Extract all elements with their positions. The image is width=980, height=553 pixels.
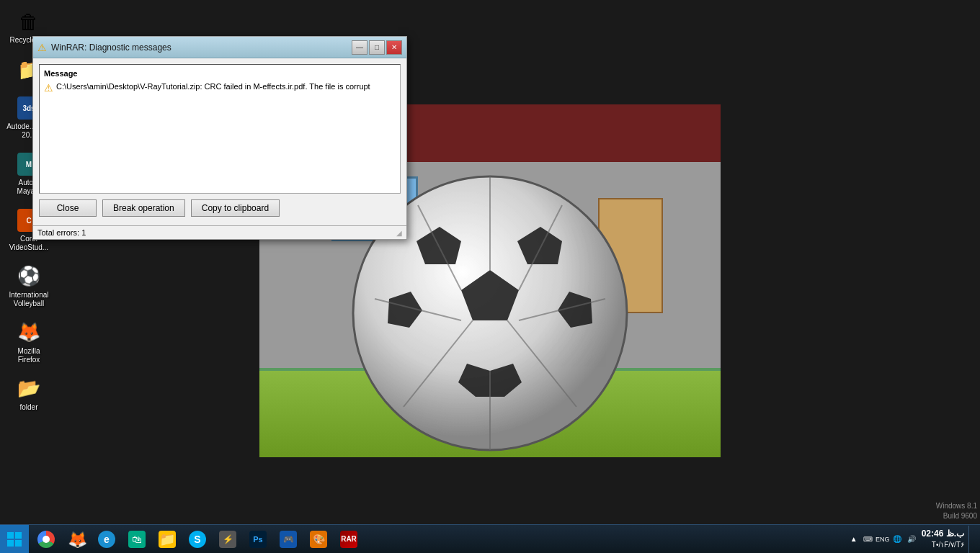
clock-date: T•/۱F/۷/T۶ [922, 540, 964, 549]
message-row: ⚠ C:\Users\amin\Desktop\V-RayTutorial.zi… [44, 82, 396, 94]
chevron-up-icon[interactable]: ▲ [848, 534, 860, 545]
message-warning-icon: ⚠ [44, 82, 53, 94]
ie-icon: e [98, 531, 115, 548]
dialog-button-row: Close Break operation Copy to clipboard [39, 199, 401, 217]
dialog-title-warning-icon: ⚠ [37, 42, 47, 53]
taskbar-systray-area: ▲ ⌨ ENG 🌐 🔊 02:46 ب.ظ T•/۱F/۷/T۶ [842, 525, 980, 553]
taskbar-icon-winrar[interactable]: RAR [334, 526, 363, 553]
recycle-bin-icon: 🗑 [17, 10, 40, 33]
app9-icon: 🎮 [280, 531, 297, 548]
taskbar-icon-ie[interactable]: e [92, 526, 121, 553]
resize-handle: ◢ [396, 229, 402, 237]
minimize-button[interactable]: — [352, 40, 368, 55]
firefox-label: MozillaFirefox [17, 347, 40, 364]
restore-button[interactable]: □ [369, 40, 385, 55]
chrome-icon [37, 531, 55, 548]
taskbar-icon-store[interactable]: 🛍 [122, 526, 151, 553]
folder2-icon: 📂 [17, 377, 40, 400]
volleyball-label: InternationalVolleyball [9, 291, 48, 308]
taskbar-icon-chrome[interactable] [32, 526, 61, 553]
taskbar-icon-paint[interactable]: 🎨 [304, 526, 333, 553]
message-area: Message ⚠ C:\Users\amin\Desktop\V-RayTut… [39, 64, 401, 194]
photoshop-icon: Ps [249, 531, 267, 548]
taskbar-icon-app9[interactable]: 🎮 [274, 526, 303, 553]
clock-time: 02:46 ب.ظ [922, 529, 964, 540]
taskbar-clock[interactable]: 02:46 ب.ظ T•/۱F/۷/T۶ [922, 529, 964, 549]
dialog-body: Message ⚠ C:\Users\amin\Desktop\V-RayTut… [33, 58, 406, 225]
taskbar-icon-firefox[interactable]: 🦊 [62, 526, 91, 553]
network-icon[interactable]: 🌐 [891, 534, 903, 545]
taskbar-icon-app7[interactable]: ⚡ [213, 526, 242, 553]
taskbar-icon-explorer[interactable]: 📁 [153, 526, 182, 553]
desktop-icon-folder2[interactable]: 📂 folder [3, 374, 55, 415]
copy-clipboard-button[interactable]: Copy to clipboard [191, 199, 280, 217]
desktop: 🗑 Recycle Bin 📁 3ds Autode... Max 20... … [0, 0, 980, 553]
dialog-titlebar: ⚠ WinRAR: Diagnostic messages — □ ✕ [33, 37, 406, 58]
taskbar-icon-photoshop[interactable]: Ps [244, 526, 272, 553]
close-button[interactable]: Close [39, 199, 97, 217]
volleyball-icon: ⚽ [17, 265, 40, 288]
explorer-icon: 📁 [159, 531, 176, 548]
total-errors-text: Total errors: 1 [37, 228, 86, 237]
taskbar: 🦊 e 🛍 📁 S ⚡ Ps [0, 524, 980, 553]
start-button[interactable] [0, 525, 29, 554]
keyboard-icon[interactable]: ⌨ [863, 534, 874, 545]
status-bar: Total errors: 1 ◢ [33, 225, 406, 239]
winrar-icon: RAR [340, 531, 357, 548]
show-desktop-button[interactable] [968, 526, 974, 553]
taskbar-icon-skype[interactable]: S [183, 526, 212, 553]
desktop-icon-volleyball[interactable]: ⚽ InternationalVolleyball [3, 262, 55, 311]
message-header: Message [44, 69, 396, 78]
folder2-label: folder [19, 403, 37, 412]
paint-icon: 🎨 [310, 531, 327, 548]
taskbar-icon-area: 🦊 e 🛍 📁 S ⚡ Ps [29, 525, 842, 553]
app7-icon: ⚡ [219, 531, 236, 548]
volume-icon[interactable]: 🔊 [906, 534, 917, 545]
windows-logo-icon [7, 532, 22, 547]
dialog-title-text: WinRAR: Diagnostic messages [51, 42, 347, 53]
message-text: C:\Users\amin\Desktop\V-RayTutorial.zip:… [56, 82, 370, 91]
windows-version: Windows 8.1 Build 9600 [936, 501, 977, 521]
close-titlebar-button[interactable]: ✕ [386, 40, 402, 55]
skype-icon: S [189, 531, 206, 548]
winrar-dialog: ⚠ WinRAR: Diagnostic messages — □ ✕ Mess… [32, 36, 407, 240]
break-operation-button[interactable]: Break operation [102, 199, 185, 217]
store-icon: 🛍 [128, 531, 146, 548]
desktop-icon-firefox[interactable]: 🦊 MozillaFirefox [3, 318, 55, 367]
firefox-icon: 🦊 [17, 321, 40, 344]
systray-icons: ▲ ⌨ ENG 🌐 🔊 [848, 534, 917, 545]
firefox-taskbar-icon: 🦊 [68, 531, 85, 548]
lang-icon[interactable]: ENG [877, 534, 888, 545]
titlebar-buttons: — □ ✕ [352, 40, 402, 55]
